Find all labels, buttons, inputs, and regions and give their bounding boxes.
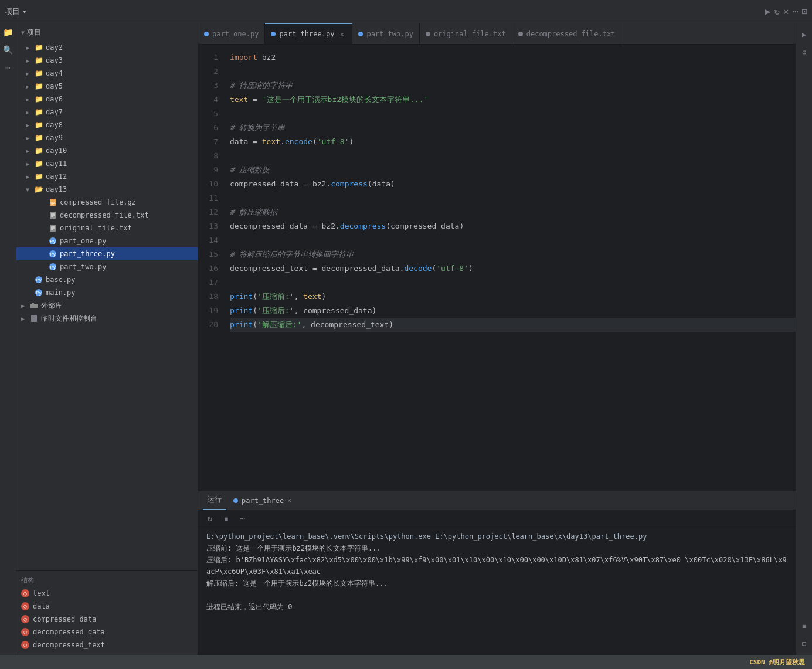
code-line: decompressed_text = decompressed_data.de… xyxy=(230,262,796,276)
code-line: text = '这是一个用于演示bz2模块的长文本字符串...' xyxy=(230,93,796,107)
tree-arrow: ▶ xyxy=(26,174,34,180)
tree-item-part_two_py[interactable]: Pypart_two.py xyxy=(16,260,198,273)
file-name-label: decompressed_file.txt xyxy=(60,211,149,219)
tab-decompressed_file[interactable]: decompressed_file.txt xyxy=(512,23,622,45)
tree-item-part_three_py[interactable]: Pypart_three.py xyxy=(16,247,198,260)
code-token: text xyxy=(262,137,280,146)
svg-text:Py: Py xyxy=(50,252,55,257)
tree-item-day4[interactable]: ▶📁day4 xyxy=(16,67,198,80)
run-tab[interactable]: 运行 xyxy=(203,491,226,510)
file-type-icon: 📁 xyxy=(34,56,43,65)
tree-item-day9[interactable]: ▶📁day9 xyxy=(16,131,198,144)
stop-btn[interactable]: ▪ xyxy=(220,512,232,524)
run-icon[interactable]: ▶ xyxy=(765,6,771,17)
tree-arrow: ▼ xyxy=(26,186,34,193)
tree-item-day8[interactable]: ▶📁day8 xyxy=(16,118,198,131)
code-token: bz2 xyxy=(312,179,326,188)
tree-item-day7[interactable]: ▶📁day7 xyxy=(16,106,198,118)
tab-part_three[interactable]: part_three.py✕ xyxy=(265,23,352,45)
main-layout: 📁 🔍 ⋯ ▼ 项目 ▶📁day2▶📁day3▶📁day4▶📁day5▶📁day… xyxy=(0,23,812,655)
structure-item-decompressed_data[interactable]: ○decompressed_data xyxy=(16,626,198,639)
code-token: ( xyxy=(312,137,317,146)
tree-item-main_py[interactable]: Pymain.py xyxy=(16,286,198,299)
structure-item-decompressed_text[interactable]: ○decompressed_text xyxy=(16,639,198,651)
tree-item-compressed_file_gz[interactable]: gzcompressed_file.gz xyxy=(16,196,198,209)
code-token: , xyxy=(301,320,311,329)
code-token: decompressed_text xyxy=(230,264,308,273)
code-token: print xyxy=(230,320,253,329)
tab-label: part_two.py xyxy=(366,30,413,38)
more-btn[interactable]: ⋯ xyxy=(237,512,249,524)
project-selector[interactable]: 项目 ▾ xyxy=(5,6,27,17)
restart-btn[interactable]: ↻ xyxy=(204,512,216,524)
line-number: 8 xyxy=(198,149,218,163)
status-bar: CSDN @明月望秋思 xyxy=(0,655,812,669)
editor-area: part_one.pypart_three.py✕part_two.pyorig… xyxy=(198,23,796,655)
right-terminal-icon[interactable]: ⊞ xyxy=(798,637,811,650)
tree-item-day13[interactable]: ▼📂day13 xyxy=(16,183,198,196)
right-run-icon[interactable]: ▶ xyxy=(798,28,811,41)
tree-item-day10[interactable]: ▶📁day10 xyxy=(16,144,198,157)
file-name-label: day6 xyxy=(46,95,63,103)
tab-close-btn[interactable]: ✕ xyxy=(338,30,346,38)
right-layout-icon[interactable]: ≡ xyxy=(798,620,811,633)
structure-item-data[interactable]: ○data xyxy=(16,600,198,613)
tree-item-external_libs[interactable]: ▶外部库 xyxy=(16,299,198,312)
window-icon[interactable]: ⊡ xyxy=(801,6,807,17)
code-token: . xyxy=(335,222,340,230)
tree-arrow: ▶ xyxy=(21,315,29,322)
tree-item-base_py[interactable]: Pybase.py xyxy=(16,273,198,286)
code-token: = xyxy=(298,179,312,188)
chevron-icon: ▾ xyxy=(22,7,27,16)
tree-item-day11[interactable]: ▶📁day11 xyxy=(16,157,198,170)
part-three-tab[interactable]: part_three ✕ xyxy=(229,491,296,510)
tree-item-part_one_py[interactable]: Pypart_one.py xyxy=(16,235,198,247)
right-settings-icon[interactable]: ⚙ xyxy=(798,46,811,59)
project-title: 项目 xyxy=(27,28,41,38)
line-number: 5 xyxy=(198,107,218,121)
project-header[interactable]: ▼ 项目 xyxy=(16,23,198,41)
top-bar: 项目 ▾ ▶ ↻ ✕ ⋯ ⊡ xyxy=(0,0,812,23)
activity-more-icon[interactable]: ⋯ xyxy=(2,61,15,74)
code-line: print('解压缩后:', decompressed_text) xyxy=(230,318,796,332)
code-token: print xyxy=(230,292,253,301)
part-three-tab-label: part_three xyxy=(242,497,284,505)
code-token: ) xyxy=(389,320,393,329)
tree-item-day2[interactable]: ▶📁day2 xyxy=(16,41,198,54)
structure-item-text[interactable]: ○text xyxy=(16,587,198,600)
tree-item-decompressed_file_txt[interactable]: decompressed_file.txt xyxy=(16,209,198,222)
refresh-icon[interactable]: ↻ xyxy=(774,6,780,17)
structure-item-compressed_data[interactable]: ○compressed_data xyxy=(16,613,198,626)
file-name-label: day10 xyxy=(46,147,67,155)
tree-item-day3[interactable]: ▶📁day3 xyxy=(16,54,198,67)
tree-item-temp_files[interactable]: ▶临时文件和控制台 xyxy=(16,312,198,325)
top-bar-controls: ▶ ↻ ✕ ⋯ ⊡ xyxy=(765,6,807,17)
tree-item-day6[interactable]: ▶📁day6 xyxy=(16,93,198,106)
tree-arrow: ▶ xyxy=(21,303,29,309)
file-type-icon: Py xyxy=(34,288,43,297)
tab-part_one[interactable]: part_one.py xyxy=(198,23,265,45)
code-token: # 将解压缩后的字节串转换回字符串 xyxy=(230,250,354,259)
file-type-icon: 📁 xyxy=(34,69,43,78)
code-content[interactable]: import bz2 # 待压缩的字符串text = '这是一个用于演示bz2模… xyxy=(222,45,796,491)
code-token: compressed_data xyxy=(230,179,298,188)
code-token: '压缩后:' xyxy=(257,306,294,315)
code-editor[interactable]: 1234567891011121314151617181920 import b… xyxy=(198,45,796,491)
code-line: compressed_data = bz2.compress(data) xyxy=(230,177,796,191)
tree-item-day12[interactable]: ▶📁day12 xyxy=(16,170,198,183)
part-three-close[interactable]: ✕ xyxy=(287,497,291,504)
close-icon[interactable]: ✕ xyxy=(783,6,789,17)
tree-item-original_file_txt[interactable]: original_file.txt xyxy=(16,222,198,235)
tree-item-day5[interactable]: ▶📁day5 xyxy=(16,80,198,93)
more-icon[interactable]: ⋯ xyxy=(793,6,799,17)
file-type-icon xyxy=(29,314,39,323)
code-line xyxy=(230,276,796,290)
tab-part_two[interactable]: part_two.py xyxy=(352,23,419,45)
file-name-label: day12 xyxy=(46,172,67,181)
activity-search-icon[interactable]: 🔍 xyxy=(2,43,15,56)
activity-folder-icon[interactable]: 📁 xyxy=(2,26,15,39)
file-name-label: compressed_file.gz xyxy=(60,198,136,206)
file-name-label: part_two.py xyxy=(60,263,106,271)
tab-original_file[interactable]: original_file.txt xyxy=(420,23,512,45)
activity-bar: 📁 🔍 ⋯ xyxy=(0,23,16,655)
